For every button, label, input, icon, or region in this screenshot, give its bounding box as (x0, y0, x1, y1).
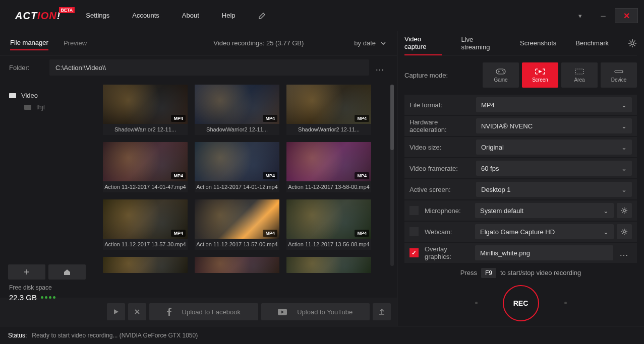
menu-help[interactable]: Help (222, 12, 236, 20)
upload-youtube-button[interactable]: Upload to YouTube (261, 303, 370, 320)
video-thumbnail[interactable] (195, 257, 279, 273)
delete-button[interactable] (128, 303, 146, 320)
video-thumbnail[interactable]: MP4Action 11-12-2017 13-56-08.mp4 (286, 199, 371, 250)
chevron-down-icon: ⌄ (621, 101, 627, 109)
mode-screen[interactable]: Screen (522, 62, 558, 88)
thumbnail-image: MP4 (286, 199, 371, 239)
folder-path-input[interactable]: C:\Action!\Video\\ (49, 59, 369, 76)
video-thumbnail[interactable]: MP4ShadowWarrior2 12-11... (103, 85, 188, 135)
video-thumbnail[interactable]: MP4Action 11-12-2017 13-58-00.mp4 (286, 142, 371, 192)
pager-dot (564, 302, 567, 304)
youtube-icon (278, 309, 287, 315)
capture-mode-label: Capture mode: (404, 72, 448, 79)
thumbnail-image (195, 257, 279, 273)
chevron-down-icon: ⌄ (621, 165, 627, 172)
microphone-select[interactable]: System default⌄ (475, 203, 614, 218)
main-menu: Settings Accounts About Help (86, 12, 281, 20)
video-size-select[interactable]: Original⌄ (476, 140, 632, 155)
video-thumbnail[interactable]: MP4Action 11-12-2017 14-01-12.mp4 (195, 142, 279, 192)
microphone-settings-button[interactable] (617, 203, 632, 218)
mode-device-label: Device (611, 77, 627, 83)
tab-screenshots[interactable]: Screenshots (520, 35, 556, 51)
tab-live-streaming[interactable]: Live streaming (461, 32, 501, 55)
settings-gear-icon[interactable] (628, 39, 637, 48)
video-thumbnail[interactable]: MP4ShadowWarrior2 12-11... (195, 85, 279, 135)
add-folder-button[interactable] (8, 264, 45, 280)
microphone-checkbox[interactable] (409, 206, 419, 215)
mode-game[interactable]: Game (483, 62, 519, 88)
video-thumbnail[interactable]: MP4Action 11-12-2017 13-57-30.mp4 (103, 199, 188, 250)
tab-benchmark[interactable]: Benchmark (575, 35, 609, 51)
webcam-select[interactable]: Elgato Game Capture HD⌄ (475, 224, 614, 239)
upload-fb-label: Upload to Facebook (182, 308, 241, 316)
thumbnail-filename: Action 11-12-2017 14-01-47.mp4 (103, 181, 188, 192)
setting-webcam: Webcam: Elgato Game Capture HD⌄ (404, 222, 637, 242)
folder-browse-button[interactable]: … (372, 62, 388, 73)
hw-accel-select[interactable]: NVIDIA® NVENC⌄ (476, 118, 632, 133)
mode-screen-label: Screen (532, 77, 548, 83)
thumbnail-image: MP4 (103, 142, 188, 181)
webcam-checkbox[interactable] (409, 227, 419, 236)
tab-file-manager[interactable]: File manager (10, 36, 48, 50)
framerate-select[interactable]: 60 fps⌄ (476, 161, 632, 176)
upload-facebook-button[interactable]: Upload to Facebook (149, 303, 258, 320)
mode-device[interactable]: Device (601, 62, 637, 88)
tree-item-thjt[interactable]: thjt (9, 101, 92, 113)
overlay-value: Mirillis_white.png (480, 249, 530, 257)
play-button[interactable] (107, 303, 125, 320)
close-button[interactable]: ✕ (615, 8, 638, 23)
down-arrow-button[interactable]: ▾ (568, 8, 592, 23)
sort-chevron-icon[interactable] (380, 40, 387, 47)
file-format-select[interactable]: MP4⌄ (476, 97, 632, 112)
microphone-label: Microphone: (425, 207, 475, 215)
video-thumbnail[interactable]: MP4ShadowWarrior2 12-11... (286, 85, 371, 135)
record-button[interactable]: REC (503, 285, 539, 321)
video-thumbnail[interactable] (103, 257, 188, 273)
webcam-settings-button[interactable] (617, 224, 632, 239)
overlay-browse-button[interactable]: … (616, 248, 632, 258)
video-thumbnail[interactable]: MP4Action 11-12-2017 14-01-47.mp4 (103, 142, 188, 192)
menu-about[interactable]: About (182, 12, 199, 20)
thumbnail-filename: Action 11-12-2017 13-57-30.mp4 (103, 239, 188, 250)
scrollbar-thumb[interactable] (390, 85, 394, 150)
setting-framerate: Video framerate: 60 fps⌄ (404, 158, 637, 178)
video-size-value: Original (481, 144, 504, 151)
grid-scrollbar[interactable] (390, 85, 394, 266)
sort-by[interactable]: by date (354, 39, 376, 47)
overlay-checkbox[interactable]: ✓ (409, 248, 419, 257)
capture-settings: File format: MP4⌄ Hardware acceleration:… (404, 95, 637, 263)
export-button[interactable] (373, 303, 391, 320)
folder-icon (24, 105, 31, 110)
format-badge: MP4 (263, 172, 277, 179)
active-screen-select[interactable]: Desktop 1⌄ (476, 182, 632, 197)
thumbnail-filename: ShadowWarrior2 12-11... (195, 124, 279, 135)
thumbnail-image: MP4 (103, 199, 188, 239)
tree-item-video[interactable]: Video (9, 90, 92, 101)
video-thumbnail[interactable]: MP4Action 11-12-2017 13-57-00.mp4 (195, 199, 279, 250)
tab-preview[interactable]: Preview (64, 36, 87, 50)
upload-yt-label: Upload to YouTube (297, 308, 353, 316)
microphone-value: System default (480, 207, 523, 215)
svg-rect-5 (575, 69, 583, 74)
overlay-file[interactable]: Mirillis_white.png (475, 245, 613, 260)
tab-video-capture[interactable]: Video capture (404, 31, 442, 55)
menu-accounts[interactable]: Accounts (132, 12, 159, 20)
svg-point-8 (623, 231, 625, 233)
webcam-label: Webcam: (425, 228, 475, 236)
hint-post: to start/stop video recording (500, 269, 581, 277)
disk-usage-dots (41, 296, 55, 299)
webcam-value: Elgato Game Capture HD (480, 228, 555, 236)
video-thumbnail[interactable] (286, 257, 371, 273)
minimize-button[interactable]: ─ (592, 8, 615, 23)
gamepad-icon (495, 68, 506, 75)
thumbnail-filename: Action 11-12-2017 14-01-12.mp4 (195, 181, 279, 192)
edit-icon[interactable] (258, 12, 266, 20)
menu-settings[interactable]: Settings (86, 12, 109, 20)
disk-value: 22.3 GB (9, 293, 37, 302)
mode-area[interactable]: Area (561, 62, 598, 88)
home-folder-button[interactable] (48, 264, 86, 280)
facebook-icon (167, 308, 172, 316)
status-text: Ready to start video recording... (NVIDI… (32, 332, 198, 339)
setting-hw-accel: Hardware acceleration: NVIDIA® NVENC⌄ (404, 116, 637, 136)
disk-info: Free disk space 22.3 GB (9, 284, 55, 302)
